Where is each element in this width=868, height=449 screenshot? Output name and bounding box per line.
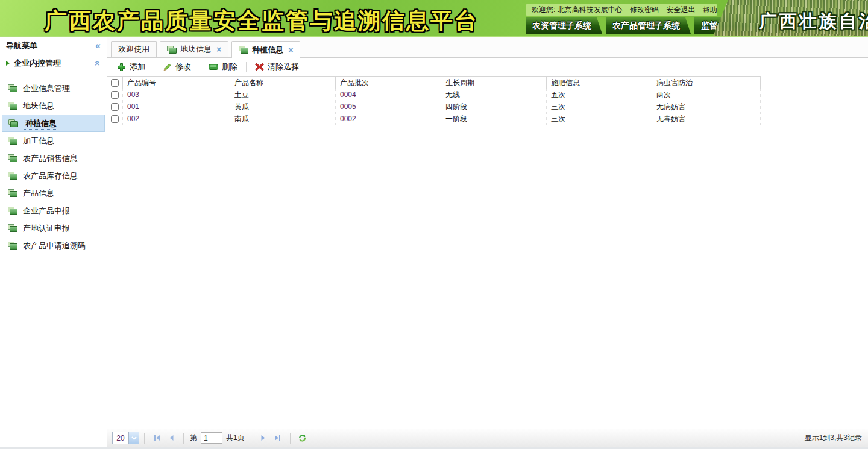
sidebar-item-origin-cert-declare[interactable]: 产地认证申报 — [0, 219, 107, 237]
cell-growth-cycle: 四阶段 — [441, 101, 547, 113]
row-checkbox[interactable] — [111, 115, 119, 123]
first-page-icon — [153, 434, 161, 442]
subsystem-agri-product-button[interactable]: 农产品管理子系统 — [606, 17, 691, 34]
cell-product-code: 002 — [123, 113, 230, 125]
region-banner-text: 广西壮族自治区 — [760, 10, 868, 34]
add-plus-icon — [117, 63, 126, 72]
current-user: 北京高科技发展中心 — [558, 5, 623, 14]
next-page-button[interactable] — [257, 432, 269, 444]
refresh-button[interactable] — [297, 432, 309, 444]
cell-fertilizer-info: 三次 — [547, 101, 652, 113]
sidebar-item-plot-info[interactable]: 地块信息 — [0, 97, 107, 115]
tab-close-icon[interactable]: × — [216, 45, 221, 54]
sidebar-item-processing-info[interactable]: 加工信息 — [0, 132, 107, 149]
add-button[interactable]: 添加 — [111, 60, 151, 74]
sidebar-group-enterprise-control[interactable]: 企业内控管理 « — [0, 54, 107, 72]
sidebar-item-enterprise-info[interactable]: 企业信息管理 — [0, 80, 107, 97]
column-header[interactable]: 病虫害防治 — [652, 77, 761, 89]
delete-pill-icon — [209, 64, 218, 70]
column-header[interactable]: 施肥信息 — [547, 77, 652, 89]
sidebar-item-planting-info[interactable]: 种植信息 — [2, 115, 105, 132]
tab-planting-info[interactable]: 种植信息 × — [231, 41, 300, 58]
table-row[interactable]: 003 土豆 0004 无线 五次 两次 — [107, 89, 761, 101]
sidebar-menu: 企业信息管理 地块信息 种植信息 加工信息 农产品销售信息 农产品库存信息 产品… — [0, 72, 107, 254]
last-page-icon — [274, 434, 281, 442]
tab-close-icon[interactable]: × — [288, 45, 293, 55]
group-arrow-icon — [6, 61, 10, 66]
clear-selection-button[interactable]: 清除选择 — [249, 60, 305, 74]
page-number-input[interactable] — [201, 432, 222, 444]
sidebar-item-inventory-info[interactable]: 农产品库存信息 — [0, 167, 107, 184]
main-panel: 欢迎使用 地块信息 × 种植信息 × 添加 — [107, 37, 868, 447]
column-header[interactable]: 产品编号 — [123, 77, 230, 89]
column-header[interactable]: 产品名称 — [230, 77, 336, 89]
cell-product-name: 土豆 — [230, 89, 336, 101]
toolbar-separator — [154, 62, 154, 72]
folder-icon — [8, 84, 17, 92]
welcome-bar: 欢迎您: 北京高科技发展中心 修改密码 安全退出 帮助 — [526, 4, 717, 16]
column-header[interactable]: 生长周期 — [441, 77, 547, 89]
subsystem-agri-supply-button[interactable]: 农资管理子系统 — [526, 17, 602, 34]
column-header[interactable]: 产品批次 — [336, 77, 441, 89]
grid-toolbar: 添加 修改 删除 — [107, 58, 868, 76]
tab-plot-info[interactable]: 地块信息 × — [160, 41, 228, 57]
cell-product-code: 001 — [123, 101, 230, 113]
toolbar-separator — [246, 62, 247, 72]
cell-product-name: 黄瓜 — [230, 101, 336, 113]
clear-red-x-icon — [255, 63, 264, 71]
edit-pencil-icon — [163, 63, 172, 72]
bottom-strip — [0, 447, 868, 449]
folder-icon — [8, 137, 17, 145]
folder-icon — [8, 172, 17, 180]
table-row[interactable]: 002 南瓜 0002 一阶段 三次 无毒妨害 — [107, 113, 761, 125]
cell-fertilizer-info: 三次 — [547, 113, 652, 125]
first-page-button[interactable] — [151, 432, 163, 444]
planting-table: 产品编号 产品名称 产品批次 生长周期 施肥信息 病虫害防治 003 土豆 00… — [107, 76, 761, 125]
cell-product-batch: 0004 — [336, 89, 441, 101]
sidebar-collapse-icon[interactable]: « — [95, 41, 101, 51]
sidebar-item-product-info[interactable]: 产品信息 — [0, 184, 107, 202]
wheat-banner-image: 广西壮族自治区 — [712, 0, 868, 37]
empty-area — [107, 125, 868, 429]
delete-button[interactable]: 删除 — [203, 60, 244, 74]
prev-page-icon — [168, 434, 175, 442]
prev-page-button[interactable] — [165, 432, 177, 444]
tab-welcome[interactable]: 欢迎使用 — [111, 41, 157, 57]
total-pages-label: 共1页 — [226, 433, 245, 443]
refresh-icon — [298, 434, 307, 442]
folder-icon — [8, 242, 17, 250]
next-page-icon — [259, 434, 267, 442]
app-header: 广西农产品质量安全监管与追溯信息平台 欢迎您: 北京高科技发展中心 修改密码 安… — [0, 0, 868, 37]
row-checkbox[interactable] — [111, 91, 119, 99]
sidebar-item-trace-code-apply[interactable]: 农产品申请追溯码 — [0, 237, 107, 254]
edit-button[interactable]: 修改 — [157, 60, 197, 74]
row-checkbox[interactable] — [111, 103, 119, 111]
sidebar-item-sales-info[interactable]: 农产品销售信息 — [0, 149, 107, 167]
folder-icon — [8, 154, 17, 162]
folder-icon — [8, 207, 17, 215]
cell-pest-control: 无毒妨害 — [652, 113, 761, 125]
dropdown-button[interactable] — [128, 432, 139, 444]
select-all-checkbox[interactable] — [111, 79, 119, 87]
folder-icon — [8, 224, 17, 232]
cell-pest-control: 两次 — [652, 89, 761, 101]
chevron-down-icon — [131, 436, 137, 440]
cell-product-name: 南瓜 — [230, 113, 336, 125]
page-size-select[interactable]: 20 — [112, 432, 139, 444]
table-row[interactable]: 001 黄瓜 0005 四阶段 三次 无病妨害 — [107, 101, 761, 113]
app-title: 广西农产品质量安全监管与追溯信息平台 — [0, 6, 523, 36]
cell-product-batch: 0002 — [336, 113, 441, 125]
folder-icon — [8, 102, 17, 110]
group-collapse-icon[interactable]: « — [93, 60, 103, 66]
record-summary: 显示1到3,共3记录 — [805, 433, 862, 443]
document-tabbar: 欢迎使用 地块信息 × 种植信息 × — [107, 37, 868, 58]
logout-link[interactable]: 安全退出 — [666, 5, 695, 14]
cell-growth-cycle: 一阶段 — [441, 113, 547, 125]
change-password-link[interactable]: 修改密码 — [630, 5, 659, 14]
last-page-button[interactable] — [272, 432, 284, 444]
group-label: 企业内控管理 — [14, 58, 91, 69]
sidebar-item-product-declare[interactable]: 企业产品申报 — [0, 202, 107, 219]
pagination-bar: 20 第 共1页 — [107, 429, 868, 447]
help-link[interactable]: 帮助 — [703, 5, 717, 14]
cell-growth-cycle: 无线 — [441, 89, 547, 101]
